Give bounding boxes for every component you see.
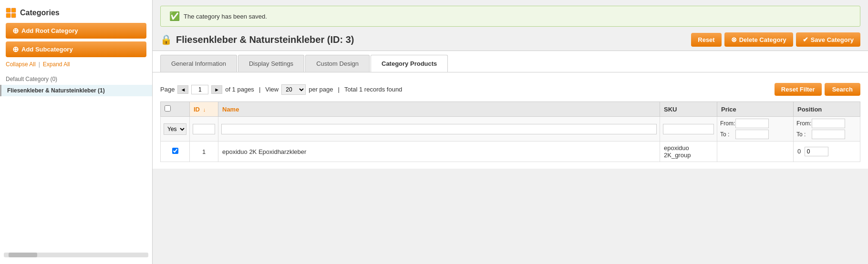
page-prev-button[interactable]: ◄ (177, 85, 188, 94)
delete-icon: ⊗ (731, 36, 737, 43)
sidebar-scrollbar-thumb (9, 253, 37, 257)
col-header-checkbox (161, 102, 190, 117)
position-to-row: To : (796, 130, 857, 139)
filter-id-cell (190, 117, 218, 142)
row-name-value: epoxiduo 2K Epoxidharzkleber (222, 148, 306, 155)
table-row: 1 epoxiduo 2K Epoxidharzkleber epoxiduo … (161, 142, 860, 162)
filter-id-input[interactable] (193, 124, 215, 134)
row-position-value: 0 (797, 148, 801, 155)
col-position-label: Position (797, 106, 822, 113)
filter-position-cell: From: To : (794, 117, 860, 142)
row-price-cell (717, 142, 794, 162)
filter-sku-cell (660, 117, 717, 142)
sidebar-title-text: Categories (20, 9, 60, 17)
col-name-label: Name (222, 106, 239, 113)
filter-checkbox-cell: Yes No (161, 117, 190, 142)
main-content: ✅ The category has been saved. 🔒 Fliesen… (153, 0, 868, 264)
tree-item-fliesenkleber-label: Fliesenkleber & Natursteinkleber (1) (7, 87, 105, 94)
svg-rect-0 (6, 8, 10, 12)
delete-label: Delete Category (739, 36, 786, 43)
content-area: Page ◄ ► of 1 pages | View 20 50 100 per… (153, 72, 868, 169)
expand-all-link[interactable]: Expand All (43, 61, 70, 68)
row-name-cell: epoxiduo 2K Epoxidharzkleber (218, 142, 660, 162)
price-to-label: To : (720, 131, 734, 138)
save-label: Save Category (811, 36, 854, 43)
tab-products[interactable]: Category Products (371, 55, 448, 72)
col-id-label: ID (194, 106, 200, 113)
sidebar-scrollbar[interactable] (4, 253, 148, 257)
total-label: Total 1 records found (344, 86, 402, 93)
sort-arrow-icon: ↓ (203, 107, 206, 112)
success-message: The category has been saved. (184, 13, 267, 20)
pipe1: | (259, 86, 260, 93)
position-range: From: To : (796, 119, 857, 139)
col-header-position: Position (794, 102, 860, 117)
reset-filter-button[interactable]: Reset Filter (775, 83, 822, 96)
success-icon: ✅ (169, 11, 180, 21)
filter-price-cell: From: To : (717, 117, 794, 142)
select-all-checkbox[interactable] (165, 105, 171, 112)
col-sku-label: SKU (664, 106, 677, 113)
price-from-row: From: (720, 119, 790, 128)
search-button[interactable]: Search (825, 83, 860, 96)
price-from-input[interactable] (735, 119, 769, 128)
reset-button[interactable]: Reset (691, 33, 721, 47)
tab-general[interactable]: General Information (160, 55, 237, 72)
col-header-price: Price (717, 102, 794, 117)
in-category-select[interactable]: Yes No (164, 123, 186, 135)
row-sku-value: epoxiduo 2K_group (664, 144, 691, 159)
tab-custom[interactable]: Custom Design (305, 55, 370, 72)
sidebar: Categories ⊕ Add Root Category ⊕ Add Sub… (0, 0, 153, 264)
add-subcategory-button[interactable]: ⊕ Add Subcategory (6, 41, 146, 57)
sidebar-buttons: ⊕ Add Root Category ⊕ Add Subcategory (0, 23, 152, 57)
position-from-input[interactable] (812, 119, 845, 128)
row-checkbox-cell (161, 142, 190, 162)
add-root-icon: ⊕ (12, 26, 19, 35)
table-filter-row: Yes No (161, 117, 860, 142)
page-label: Page (160, 86, 175, 93)
tab-display[interactable]: Display Settings (238, 55, 304, 72)
per-page-label: per page (309, 86, 333, 93)
filter-name-input[interactable] (221, 124, 657, 134)
page-of-label: of 1 pages (225, 86, 254, 93)
products-table: ID ↓ Name SKU Price Position (160, 102, 860, 162)
add-sub-icon: ⊕ (12, 45, 19, 54)
collapse-all-link[interactable]: Collapse All (6, 61, 36, 68)
save-category-button[interactable]: ✔ Save Category (796, 32, 860, 47)
row-id-value: 1 (202, 148, 206, 155)
categories-icon (6, 8, 16, 18)
page-input[interactable] (191, 85, 208, 94)
row-checkbox[interactable] (172, 148, 178, 154)
price-to-input[interactable] (735, 130, 769, 139)
pipe2: | (338, 86, 340, 93)
page-title: Fliesenkleber & Natursteinkleber (ID: 3) (176, 34, 354, 45)
col-header-name: Name (218, 102, 660, 117)
sidebar-title: Categories (0, 5, 152, 23)
row-position-input[interactable] (805, 147, 828, 156)
position-from-row: From: (796, 119, 857, 128)
tab-custom-label: Custom Design (316, 60, 359, 67)
success-banner: ✅ The category has been saved. (160, 6, 860, 27)
save-icon: ✔ (803, 36, 808, 43)
add-root-label: Add Root Category (21, 27, 78, 34)
filter-sku-input[interactable] (663, 124, 714, 134)
svg-rect-1 (11, 8, 16, 12)
row-id-cell: 1 (190, 142, 218, 162)
add-root-category-button[interactable]: ⊕ Add Root Category (6, 23, 146, 39)
view-select[interactable]: 20 50 100 (281, 84, 306, 95)
tab-display-label: Display Settings (249, 60, 293, 67)
page-next-button[interactable]: ► (211, 85, 222, 94)
tab-general-label: General Information (171, 60, 226, 67)
page-title-area: 🔒 Fliesenkleber & Natursteinkleber (ID: … (160, 34, 354, 45)
filter-name-cell (218, 117, 660, 142)
delete-category-button[interactable]: ⊗ Delete Category (724, 32, 793, 47)
svg-rect-2 (6, 13, 10, 18)
price-from-label: From: (720, 120, 734, 127)
position-to-input[interactable] (812, 130, 845, 139)
tree-item-default[interactable]: Default Category (0) (0, 73, 152, 85)
tab-products-label: Category Products (382, 60, 437, 67)
tree-item-default-label: Default Category (0) (6, 76, 57, 82)
svg-rect-3 (11, 13, 16, 18)
col-header-id[interactable]: ID ↓ (190, 102, 218, 117)
tree-item-fliesenkleber[interactable]: Fliesenkleber & Natursteinkleber (1) (0, 85, 152, 96)
